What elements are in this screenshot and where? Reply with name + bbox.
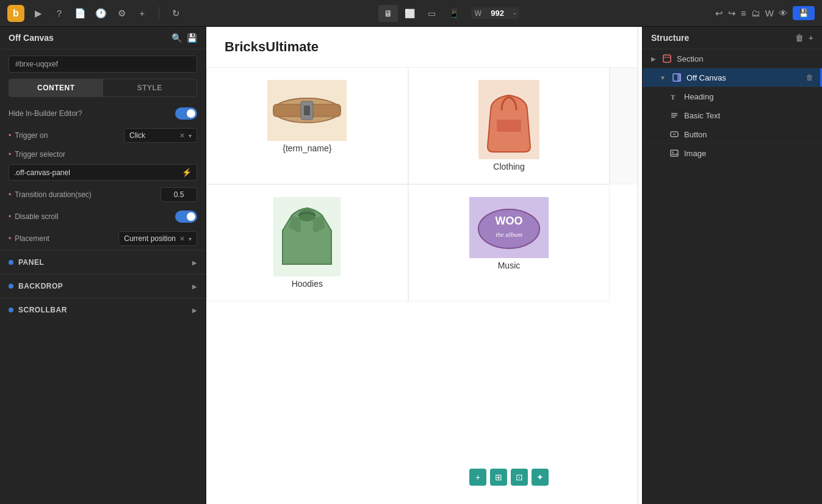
placement-arrow-icon: ▾ <box>189 236 192 242</box>
svg-text:WOO: WOO <box>495 215 522 227</box>
logo-icon[interactable]: b <box>7 5 24 22</box>
section-icon <box>662 54 672 63</box>
preview-icon[interactable]: 👁 <box>779 8 788 18</box>
scrollbar-section-header[interactable]: SCROLLBAR ▶ <box>0 298 206 322</box>
struct-item-image[interactable]: Image <box>643 144 822 163</box>
main-layout: Off Canvas 🔍 💾 CONTENT STYLE Hide In-Bui… <box>0 27 822 504</box>
width-dash: - <box>513 9 516 18</box>
more-btn[interactable]: ✦ <box>532 469 549 486</box>
panel-section-header[interactable]: PANEL ▶ <box>0 250 206 274</box>
disable-scroll-toggle[interactable] <box>175 211 197 223</box>
canvas-inner: BricksUltimate {term_name} <box>206 27 642 504</box>
width-value[interactable]: 992 <box>485 9 510 18</box>
svg-text:the album: the album <box>496 231 522 238</box>
trigger-on-label: Trigger on <box>9 131 119 140</box>
toolbar: b ▶ ? 📄 🕐 ⚙ + ↻ 🖥 ⬜ ▭ 📱 W 992 - ↩ ↪ ≡ 🗂 … <box>0 0 822 27</box>
layout-btn[interactable]: ⊞ <box>490 469 507 486</box>
right-icons: ↩ ↪ ≡ 🗂 W 👁 💾 <box>715 6 815 20</box>
tablet-btn[interactable]: ⬜ <box>400 5 420 22</box>
backdrop-section-label: BACKDROP <box>18 282 192 290</box>
placement-clear-icon[interactable]: ✕ <box>179 235 185 243</box>
button-icon <box>669 129 679 139</box>
play-icon[interactable]: ▶ <box>32 7 45 20</box>
trigger-selector-input-row: ⚡ <box>9 164 197 181</box>
canvas-area: BricksUltimate {term_name} <box>206 27 642 504</box>
off-canvas-delete-icon[interactable]: 🗑 <box>806 73 813 82</box>
align-btn[interactable]: ⊡ <box>511 469 528 486</box>
undo-icon[interactable]: ↩ <box>715 8 723 19</box>
scrollbar-section-label: SCROLLBAR <box>18 306 192 314</box>
basic-text-icon <box>669 110 679 120</box>
right-panel-header: Structure 🗑 + <box>643 27 822 49</box>
hide-editor-toggle[interactable] <box>175 107 197 120</box>
left-panel: Off Canvas 🔍 💾 CONTENT STYLE Hide In-Bui… <box>0 27 206 504</box>
svg-rect-4 <box>304 106 310 115</box>
backdrop-section-header[interactable]: BACKDROP ▶ <box>0 274 206 298</box>
mobile-btn[interactable]: 📱 <box>444 5 464 22</box>
struct-item-button[interactable]: Button <box>643 125 822 144</box>
folder-icon[interactable]: 🗂 <box>751 8 760 18</box>
struct-item-heading[interactable]: T Heading <box>643 87 822 106</box>
tab-row: CONTENT STYLE <box>9 79 197 97</box>
placement-select[interactable]: Current position ✕ ▾ <box>118 231 197 246</box>
structure-title: Structure <box>651 33 790 43</box>
history-icon[interactable]: 🕐 <box>94 7 107 20</box>
save-button[interactable]: 💾 <box>793 6 815 20</box>
site-title: BricksUltimate <box>225 39 319 55</box>
product-name-4: Hoodies <box>219 279 395 289</box>
redo-icon[interactable]: ↪ <box>728 8 736 19</box>
transition-input[interactable] <box>160 187 197 202</box>
section-expand-icon[interactable]: ▶ <box>651 56 656 62</box>
trigger-on-row: Trigger on Click ✕ ▾ <box>0 124 206 147</box>
belt-image <box>267 80 347 141</box>
list-icon[interactable]: ≡ <box>741 8 746 18</box>
element-id-input[interactable] <box>9 56 197 73</box>
canvas-bottom-bar: + ⊞ ⊡ ✦ <box>469 469 549 486</box>
struct-heading-label: Heading <box>684 92 813 101</box>
off-canvas-icon <box>672 73 682 82</box>
tab-content[interactable]: CONTENT <box>9 79 103 96</box>
scrollbar-dot <box>9 308 13 312</box>
struct-item-basic-text[interactable]: Basic Text <box>643 106 822 125</box>
scrollbar-section-arrow-icon: ▶ <box>192 307 197 314</box>
delete-icon[interactable]: 🗑 <box>795 33 804 43</box>
add-structure-icon[interactable]: + <box>809 33 813 43</box>
placement-value: Current position <box>124 234 176 243</box>
help-icon[interactable]: ? <box>52 7 66 20</box>
save-panel-icon[interactable]: 💾 <box>187 33 197 43</box>
struct-item-off-canvas[interactable]: ▼ Off Canvas 🗑 <box>643 68 822 87</box>
placement-row: Placement Current position ✕ ▾ <box>0 227 206 250</box>
template-icon[interactable]: 📄 <box>73 7 87 20</box>
svg-point-38 <box>672 151 673 153</box>
trigger-on-value: Click <box>129 131 176 140</box>
svg-rect-30 <box>677 74 680 81</box>
trigger-selector-input[interactable] <box>14 168 178 177</box>
trigger-on-clear-icon[interactable]: ✕ <box>179 132 185 140</box>
off-canvas-panel: Off Canvas Panel Here goes your text ...… <box>638 27 642 504</box>
off-canvas-expand-icon[interactable]: ▼ <box>660 74 666 81</box>
svg-rect-37 <box>671 150 678 156</box>
add-section-btn[interactable]: + <box>469 469 486 486</box>
product-item-2: Clothing <box>408 67 610 184</box>
product-grid: {term_name} Clothing <box>206 67 642 301</box>
disable-scroll-label: Disable scroll <box>9 212 170 221</box>
struct-basic-text-label: Basic Text <box>684 111 813 120</box>
site-header: BricksUltimate <box>206 27 642 67</box>
search-icon[interactable]: 🔍 <box>171 33 182 43</box>
tablet-portrait-btn[interactable]: ▭ <box>422 5 442 22</box>
desktop-btn[interactable]: 🖥 <box>378 5 398 22</box>
refresh-icon[interactable]: ↻ <box>169 7 182 20</box>
svg-rect-27 <box>663 55 671 62</box>
struct-item-section[interactable]: ▶ Section <box>643 49 822 68</box>
trigger-selector-label: Trigger selector <box>9 150 65 159</box>
selector-lightning-icon[interactable]: ⚡ <box>182 168 192 177</box>
trigger-on-select[interactable]: Click ✕ ▾ <box>124 128 197 143</box>
heading-icon: T <box>669 92 679 101</box>
settings-icon[interactable]: ⚙ <box>115 7 128 20</box>
struct-button-label: Button <box>684 130 813 139</box>
tab-style[interactable]: STYLE <box>103 79 197 96</box>
width-group: W 992 - <box>471 7 520 19</box>
product-item-5: WOO the album Music <box>408 184 610 301</box>
add-icon[interactable]: + <box>135 7 149 20</box>
wp-icon[interactable]: W <box>765 8 774 18</box>
